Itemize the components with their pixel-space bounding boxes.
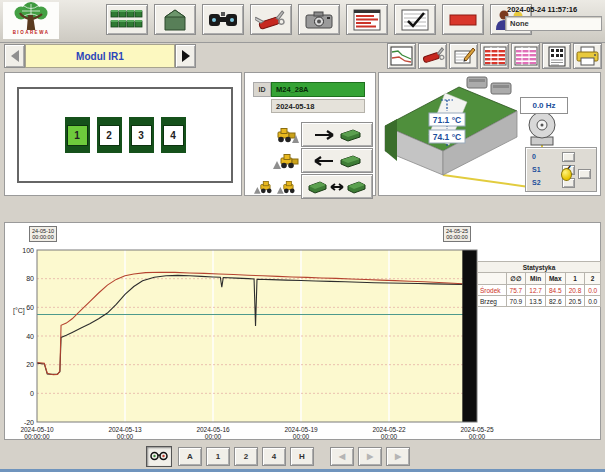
edit-note-button[interactable] [449, 43, 478, 69]
batch-id-row: ID M24_28A [253, 82, 365, 97]
module-selector: Modul IR1 [4, 44, 196, 68]
main-toolbar [106, 4, 532, 35]
scroll-left-button[interactable]: ◀ [330, 447, 354, 466]
range-2-button[interactable]: 2 [234, 447, 258, 466]
svg-text:00:00: 00:00 [381, 433, 398, 440]
chevron-right-icon: ▶ [367, 452, 373, 461]
datetime-display: 2024-05-24 11:57:16 [505, 3, 602, 16]
module-overview: 1 2 3 4 ID M24_28A 2024-05-18 [0, 70, 605, 198]
user-display: None [505, 16, 602, 31]
report-table-button[interactable] [346, 4, 388, 35]
chevron-left-icon [11, 50, 19, 62]
loader-icon [254, 179, 276, 195]
zone-number: 1 [67, 125, 88, 146]
table-red-button[interactable] [480, 43, 509, 69]
zone-number: 4 [163, 125, 184, 146]
temp-top-value: 71.1 °C [433, 115, 461, 125]
tunnel-panel: 71.1 °C 74.1 °C 0.0 Hz 0 ✓ S1 ✓ S2 ✓ [378, 72, 601, 196]
transfer-button[interactable] [301, 174, 373, 199]
print-button[interactable] [573, 43, 602, 69]
temperature-trend-plot[interactable]: 2024-05-1000:00:002024-05-1300:002024-05… [5, 243, 510, 443]
batch-date: 2024-05-18 [271, 99, 365, 113]
id-label: ID [253, 82, 271, 97]
zone-button-1[interactable]: 1 [65, 117, 90, 153]
tools-button[interactable] [250, 4, 292, 35]
company-logo: BIOAREWA [3, 2, 59, 39]
control-label: S1 [532, 166, 548, 173]
report-button[interactable] [542, 43, 571, 69]
block-swap-block-icon [307, 179, 367, 195]
zone-number: 2 [99, 125, 120, 146]
checklist-icon [400, 9, 430, 31]
svg-text:60: 60 [26, 304, 34, 311]
control-button-0[interactable]: ✓ [562, 152, 575, 162]
stats-col-min: Min [526, 273, 546, 285]
pallets-icon [110, 9, 144, 31]
trend-icon [390, 46, 413, 66]
module-title: Modul IR1 [25, 44, 175, 68]
batch-panel: ID M24_28A 2024-05-18 [244, 72, 376, 196]
pallets-button[interactable] [106, 4, 148, 35]
zone-number: 3 [131, 125, 152, 146]
range-end-time: 00:00:00 [446, 234, 468, 240]
logo-text: BIOAREWA [13, 30, 50, 35]
range-start-time: 00:00:00 [32, 234, 54, 240]
tools-chart-button[interactable] [418, 43, 447, 69]
control-label: 0 [532, 153, 548, 160]
red-banner-icon [448, 11, 478, 29]
svg-text:2024-05-10: 2024-05-10 [20, 426, 54, 433]
edit-note-icon [452, 46, 476, 66]
scroll-end-button[interactable]: ▶ [386, 447, 410, 466]
checklist-button[interactable] [394, 4, 436, 35]
range-1-button[interactable]: 1 [206, 447, 230, 466]
table-pink-button[interactable] [511, 43, 540, 69]
binoculars-button[interactable] [202, 4, 244, 35]
arrow-left-block-icon [311, 153, 363, 169]
svg-text:2024-05-16: 2024-05-16 [196, 426, 230, 433]
zone-button-3[interactable]: 3 [129, 117, 154, 153]
zone-selector-box: 1 2 3 4 [17, 87, 233, 183]
range-all-button[interactable]: A [178, 447, 202, 466]
range-h-button[interactable]: H [290, 447, 314, 466]
stats-col-avg: ∅∅ [506, 273, 526, 285]
zone-button-2[interactable]: 2 [97, 117, 122, 153]
svg-text:-20: -20 [24, 419, 34, 426]
zone-button-4[interactable]: 4 [161, 117, 186, 153]
lamp-button[interactable] [578, 169, 591, 179]
load-in-button[interactable] [301, 122, 373, 147]
range-4-button[interactable]: 4 [262, 447, 286, 466]
module-prev-button[interactable] [4, 44, 25, 68]
table-pink-icon [514, 46, 538, 66]
report-table-icon [352, 9, 382, 31]
temp-bottom-value: 74.1 °C [433, 132, 461, 142]
control-row-0: 0 ✓ [532, 150, 596, 163]
loader-icon [273, 152, 299, 170]
zoom-mode-button[interactable] [146, 446, 172, 467]
zones-panel: 1 2 3 4 [4, 72, 242, 196]
trend-button[interactable] [387, 43, 416, 69]
tunnel-button[interactable] [154, 4, 196, 35]
svg-text:20: 20 [26, 361, 34, 368]
module-next-button[interactable] [175, 44, 196, 68]
trend-chart-section: 24-05-10 00:00:00 24-05-25 00:00:00 [°C]… [4, 222, 601, 440]
load-in-row [249, 122, 373, 147]
svg-text:00:00: 00:00 [293, 433, 310, 440]
stats-row-brzeg: Brzeg 70.9 13.5 82.6 20.5 0.0 [478, 296, 601, 307]
range-start-label: 24-05-10 00:00:00 [29, 226, 57, 242]
chart-nav-bar: A 1 2 4 H ◀ ▶ ▶ [0, 443, 605, 469]
svg-text:2024-05-25: 2024-05-25 [460, 426, 494, 433]
glasses-icon [150, 450, 168, 462]
clock-panel: 2024-05-24 11:57:16 None [505, 3, 602, 31]
red-banner-button[interactable] [442, 4, 484, 35]
tunnel-gable [385, 119, 397, 161]
module-nav-row: Modul IR1 [0, 42, 605, 70]
tunnel-icon [161, 8, 189, 32]
svg-text:00:00:00: 00:00:00 [24, 433, 50, 440]
load-out-row [249, 148, 373, 173]
stats-col-2: 2 [585, 273, 601, 285]
statistics-table: Statystyka ∅∅ Min Max 1 2 Środek 75.7 12… [477, 261, 601, 307]
binoculars-icon [207, 10, 239, 30]
scroll-right-button[interactable]: ▶ [358, 447, 382, 466]
camera-button[interactable] [298, 4, 340, 35]
load-out-button[interactable] [301, 148, 373, 173]
